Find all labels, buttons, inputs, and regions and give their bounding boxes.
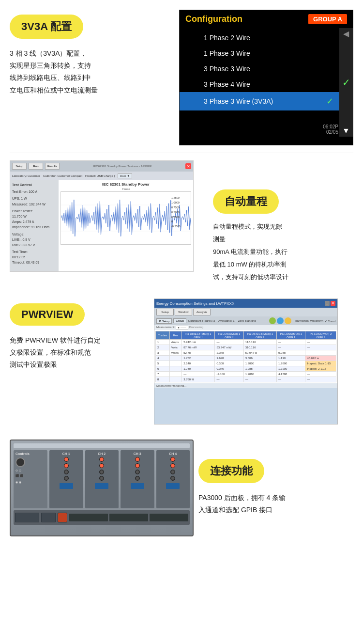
config-header: Configuration GROUP A — [180, 10, 353, 28]
pwrview-status: Measurements taking... — [154, 383, 337, 388]
channel-3-label: CH 3 — [134, 452, 141, 456]
section4-connect: Controls ⊙ ⊙ ⬛ ⬛ ◉ ◉ CH 1 CH 2 — [0, 435, 363, 546]
device-image: Controls ⊙ ⊙ ⬛ ⬛ ◉ ◉ CH 1 CH 2 — [10, 440, 194, 536]
binding-post-2-red — [99, 457, 104, 462]
sc-sidebar: Test Control Test Error: 100 A UPS: 1 W … — [10, 180, 59, 272]
screenshot-toolbar: Setup Run Results IEC62301 Standby Power… — [10, 161, 193, 172]
channel-1: CH 1 — [49, 450, 83, 508]
config-timestamp: 06:02P02/05 — [323, 124, 338, 135]
section1-3v3a: 3V3A 配置 3 相 3 线（3V3A）配置，实现星形三角形转换，支持线路到线… — [0, 0, 363, 150]
sc-title: IEC 62301 Standby Power — [60, 182, 191, 187]
config-scrollbar: ◀ ✓ ▼ — [339, 28, 353, 137]
binding-post-2-red2 — [99, 463, 104, 468]
section3-description: 免费 PWRVIEW 软件进行自定义极限设置，在标准和规范测试中设置极限 — [10, 334, 149, 371]
binding-post-3-black2 — [135, 476, 140, 481]
section3-screenshot: Energy Consumption Settings and LWTPXXX … — [154, 298, 338, 424]
binding-post-4-black — [170, 470, 175, 474]
config-panel: Configuration GROUP A 1 Phase 2 Wire 1 P… — [179, 10, 353, 145]
measurement-label: Measurement: ● —— Processing — [154, 325, 337, 330]
section1-left: 3V3A 配置 3 相 3 线（3V3A）配置，实现星形三角形转换，支持线路到线… — [10, 10, 174, 96]
binding-post-1-red2 — [64, 463, 69, 468]
pvtb-analysis[interactable]: Analysis — [193, 309, 211, 315]
config-item-1[interactable]: 1 Phase 2 Wire — [180, 30, 353, 46]
sc-main: IEC 62301 Standby Power Pause — [59, 180, 193, 272]
channel-4-label: CH 4 — [169, 452, 177, 456]
channel-4: CH 4 — [156, 450, 190, 508]
binding-post-2-black — [99, 470, 104, 474]
connector-2 — [41, 513, 56, 522]
config-item-2[interactable]: 1 Phase 3 Wire — [180, 46, 353, 61]
config-selected-text: 3 Phase 3 Wire (3V3A) — [204, 97, 273, 105]
channel-3: CH 3 — [121, 450, 154, 508]
screenshot-mockup: Setup Run Results IEC62301 Standby Power… — [10, 161, 193, 271]
pvtb-window[interactable]: Window — [175, 309, 192, 315]
badge-connect-text: 连接功能 — [210, 465, 253, 477]
binding-post-4-red — [170, 457, 175, 462]
binding-post-3-red2 — [135, 463, 140, 468]
badge-autorange: 自动量程 — [213, 189, 279, 214]
binding-post-1-black2 — [64, 476, 69, 481]
badge-3v3a: 3V3A 配置 — [10, 15, 83, 39]
binding-post-2-black2 — [99, 476, 104, 481]
pwrview-tabbar: Setup Window Analysis — [154, 308, 337, 316]
scroll-up-arrow[interactable]: ◀ — [343, 30, 349, 38]
secondary-toolbar: Laboratory: Customer Calibrator: Custome… — [10, 172, 193, 180]
pwrview-title-text: Energy Consumption Settings and LWTPXXX — [156, 301, 234, 306]
checkmark-icon: ✓ — [326, 96, 333, 107]
device-top-strip — [14, 443, 190, 448]
screenshot-content: Test Control Test Error: 100 A UPS: 1 W … — [10, 180, 193, 272]
badge-autorange-text: 自动量程 — [225, 195, 267, 207]
badge-pwrview: PWRVIEW — [10, 303, 85, 326]
channel-1-label: CH 1 — [62, 452, 70, 456]
badge-3v3a-text: 3V3A 配置 — [21, 20, 72, 32]
binding-post-3-black — [135, 470, 140, 474]
connector-1 — [15, 513, 39, 522]
pwrview-toolbar2: ⚙ Setup Group Significant Figures: 3 Ave… — [154, 316, 337, 325]
device-mockup: Controls ⊙ ⊙ ⬛ ⬛ ◉ ◉ CH 1 CH 2 — [11, 440, 193, 535]
tb-setup: Setup — [12, 163, 27, 170]
group-badge: GROUP A — [308, 14, 347, 24]
binding-post-1-red — [64, 457, 69, 462]
binding-post-4-black2 — [170, 476, 175, 481]
section4-right: 连接功能 PA3000 后面板，拥有 4 条输入通道和选配 GPIB 接口 — [198, 440, 353, 516]
section3-left: PWRVIEW 免费 PWRVIEW 软件进行自定义极限设置，在标准和规范测试中… — [10, 298, 149, 371]
device-bottom — [14, 510, 190, 525]
config-item-selected[interactable]: 3 Phase 3 Wire (3V3A) ✓ — [180, 92, 353, 110]
pwrview-data-table: Trades Res Pa DIRECT(MOI)| 1Accu T Pa LO… — [155, 331, 336, 382]
channel-2-label: CH 2 — [98, 452, 106, 456]
tb-results: Results — [45, 163, 60, 170]
binding-post-3-red — [135, 457, 140, 462]
pvtb-setup[interactable]: Setup — [156, 309, 174, 315]
badge-connect: 连接功能 — [198, 459, 264, 483]
scroll-down-arrow[interactable]: ▼ — [342, 127, 350, 135]
section2-screenshot-container: Setup Run Results IEC62301 Standby Power… — [10, 160, 208, 272]
section4-description: PA3000 后面板，拥有 4 条输入通道和选配 GPIB 接口 — [198, 492, 353, 516]
divider-3 — [10, 432, 353, 432]
section3-pwrview: PWRVIEW 免费 PWRVIEW 软件进行自定义极限设置，在标准和规范测试中… — [0, 294, 363, 429]
autorange-description: 自动量程模式，实现无隙测量 90mA 电流测量功能，执行 最低 10 mW 的待… — [213, 220, 353, 283]
config-panel-container: Configuration GROUP A 1 Phase 2 Wire 1 P… — [179, 10, 353, 145]
tb-run: Run — [29, 163, 43, 170]
device-left-panel: Controls ⊙ ⊙ ⬛ ⬛ ◉ ◉ — [14, 450, 47, 508]
divider-2 — [10, 291, 353, 291]
section2-autorange: Setup Run Results IEC62301 Standby Power… — [0, 156, 363, 288]
section2-right: 自动量程 自动量程模式，实现无隙测量 90mA 电流测量功能，执行 最低 10 … — [213, 160, 353, 283]
badge-pwrview-text: PWRVIEW — [21, 308, 73, 320]
divider-1 — [10, 153, 353, 153]
channel-2: CH 2 — [85, 450, 119, 508]
power-connector — [58, 513, 67, 522]
pwrview-mockup: Energy Consumption Settings and LWTPXXX … — [154, 299, 337, 424]
config-items-list: 1 Phase 2 Wire 1 Phase 3 Wire 3 Phase 3 … — [180, 28, 353, 137]
config-item-3[interactable]: 3 Phase 3 Wire — [180, 61, 353, 77]
pwrview-table-area: Trades Res Pa DIRECT(MOI)| 1Accu T Pa LO… — [154, 330, 337, 383]
binding-post-4-red2 — [170, 463, 175, 468]
device-channels: Controls ⊙ ⊙ ⬛ ⬛ ◉ ◉ CH 1 CH 2 — [14, 450, 190, 508]
section2-screenshot: Setup Run Results IEC62301 Standby Power… — [10, 160, 194, 272]
section1-description: 3 相 3 线（3V3A）配置，实现星形三角形转换，支持线路到线路电压、线路到中… — [10, 47, 174, 96]
config-item-4[interactable]: 3 Phase 4 Wire — [180, 77, 353, 92]
scroll-check-icon[interactable]: ✓ — [342, 78, 350, 87]
config-title: Configuration — [185, 14, 242, 24]
binding-post-1-black — [64, 470, 69, 474]
pwrview-titlebar: Energy Consumption Settings and LWTPXXX … — [154, 299, 337, 308]
bottom-connectors — [69, 514, 188, 521]
